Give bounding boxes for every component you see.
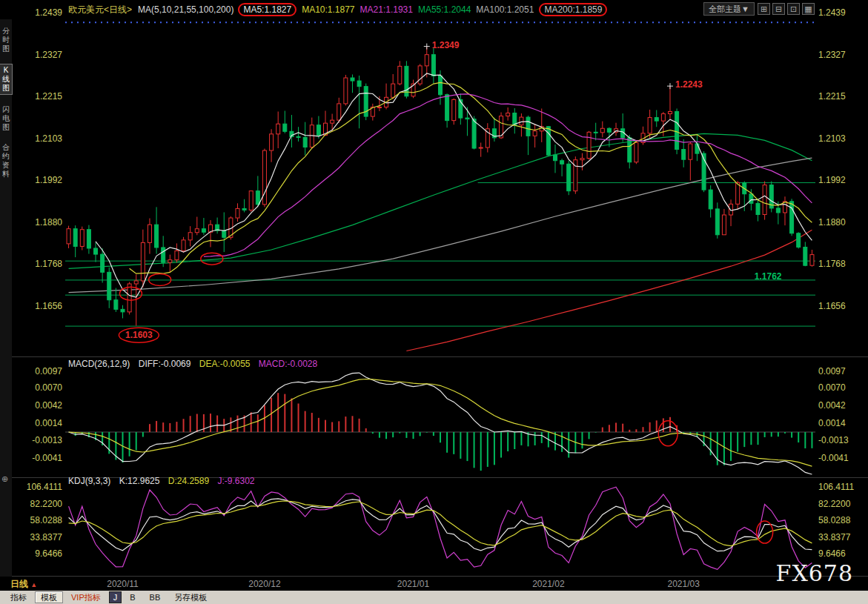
svg-text:0.0097: 0.0097 — [818, 366, 846, 376]
kdj-header: KDJ(9,3,3) K:12.9625 D:24.2589 J:-9.6302 — [68, 476, 261, 486]
svg-text:0.0070: 0.0070 — [35, 382, 62, 393]
theme-selector-button[interactable]: 全部主题▼ — [703, 2, 755, 16]
svg-text:1.2327: 1.2327 — [818, 50, 846, 60]
svg-text:1.1768: 1.1768 — [35, 259, 62, 269]
svg-text:-0.0041: -0.0041 — [818, 453, 849, 463]
svg-text:1.2439: 1.2439 — [35, 7, 62, 18]
svg-text:9.6466: 9.6466 — [818, 548, 846, 559]
svg-text:33.8377: 33.8377 — [818, 532, 851, 542]
svg-text:1.2215: 1.2215 — [818, 91, 846, 102]
multi-chart-icon[interactable]: ▦ — [802, 3, 815, 15]
toolbar-item-indicators[interactable]: 指标 — [4, 591, 33, 603]
svg-text:0.0070: 0.0070 — [818, 382, 846, 393]
svg-text:106.4111: 106.4111 — [27, 482, 63, 492]
kdj-settings-icon[interactable]: ⊕ — [1, 474, 8, 484]
svg-text:1.1880: 1.1880 — [818, 217, 846, 228]
sidebar-tab-contract-info[interactable]: 合约资料 — [0, 143, 12, 179]
svg-text:0.0097: 0.0097 — [35, 366, 62, 376]
single-pane-icon[interactable]: ⊡ — [787, 3, 800, 15]
svg-text:82.2200: 82.2200 — [818, 499, 851, 509]
svg-text:1.2215: 1.2215 — [35, 91, 62, 102]
kdj-d-value: D:24.2589 — [168, 476, 209, 486]
ma-value: MA55:1.2044 — [418, 4, 471, 15]
svg-text:1.1656: 1.1656 — [35, 301, 62, 311]
svg-text:-0.0041: -0.0041 — [32, 453, 62, 463]
kdj-j-value: J:-9.6302 — [218, 476, 255, 486]
symbol-title[interactable]: 欧元美元<日线> — [68, 4, 132, 16]
svg-text:0.0014: 0.0014 — [818, 418, 846, 428]
watermark: FX678 — [776, 560, 853, 586]
svg-text:9.6466: 9.6466 — [35, 548, 62, 559]
toolbar-item-j[interactable]: J — [109, 591, 122, 603]
svg-text:33.8377: 33.8377 — [30, 532, 63, 542]
svg-text:1.1768: 1.1768 — [818, 259, 846, 269]
svg-text:2020/11: 2020/11 — [107, 579, 139, 589]
svg-text:2021/02: 2021/02 — [532, 579, 565, 589]
left-sidebar: 分时图K线图闪电图合约资料 — [0, 19, 12, 577]
header-right-toolbar: 全部主题▼ ⊞⊟⊡▦ — [703, 2, 815, 16]
period-label[interactable]: 日线 ▲ — [10, 578, 37, 591]
svg-text:1.1992: 1.1992 — [818, 175, 846, 185]
toolbar-item-b[interactable]: B — [124, 591, 141, 603]
chart-header: 欧元美元<日线> MA(5,10,21,55,100,200) MA5:1.18… — [68, 2, 612, 17]
sidebar-tab-flash-chart[interactable]: 闪电图 — [0, 105, 12, 132]
sidebar-tab-k-line[interactable]: K线图 — [0, 64, 12, 94]
sidebar-tab-time-chart[interactable]: 分时图 — [0, 27, 12, 53]
svg-text:0.0042: 0.0042 — [818, 400, 846, 411]
bottom-toolbar: 指标模板VIP指标JBBB另存模板 — [0, 591, 868, 604]
svg-text:0.0014: 0.0014 — [35, 418, 62, 428]
ma-value: MA5:1.1827 — [238, 3, 296, 16]
app-root: { "header": { "symbol": "欧元美元<日线>", "ma_… — [0, 0, 868, 604]
svg-text:58.0288: 58.0288 — [30, 515, 63, 525]
ma-params-label: MA(5,10,21,55,100,200) — [138, 4, 233, 15]
charts-canvas[interactable]: 1.24391.24391.23271.23271.22151.22151.21… — [0, 0, 868, 604]
toolbar-item-templates[interactable]: 模板 — [35, 591, 63, 603]
ma-value: MA21:1.1931 — [360, 4, 413, 15]
svg-text:-0.0013: -0.0013 — [818, 435, 849, 445]
macd-header: MACD(26,12,9) DIFF:-0.0069 DEA:-0.0055 M… — [68, 359, 323, 369]
svg-text:1.2439: 1.2439 — [818, 7, 846, 18]
svg-text:1.2327: 1.2327 — [35, 50, 62, 60]
split-horizontal-icon[interactable]: ⊟ — [772, 3, 785, 15]
svg-text:2020/12: 2020/12 — [248, 579, 281, 589]
svg-text:1.2103: 1.2103 — [35, 133, 62, 144]
svg-text:1.1603: 1.1603 — [125, 330, 153, 340]
period-up-triangle: ▲ — [30, 581, 37, 588]
kdj-k-value: K:12.9625 — [119, 476, 160, 486]
macd-diff-value: DIFF:-0.0069 — [139, 359, 191, 369]
svg-text:1.2103: 1.2103 — [818, 133, 846, 144]
macd-title: MACD(26,12,9) — [68, 359, 130, 369]
svg-text:1.1656: 1.1656 — [818, 301, 846, 311]
grid-layout-icon[interactable]: ⊞ — [758, 3, 770, 15]
macd-dea-value: DEA:-0.0055 — [199, 359, 251, 369]
ma-values: MA5:1.1827MA10:1.1877MA21:1.1931MA55:1.2… — [238, 4, 612, 15]
svg-text:1.2243: 1.2243 — [675, 79, 703, 90]
svg-text:2021/01: 2021/01 — [397, 579, 430, 589]
svg-text:58.0288: 58.0288 — [818, 515, 851, 525]
toolbar-item-save-template[interactable]: 另存模板 — [168, 591, 213, 603]
svg-text:1.1992: 1.1992 — [35, 175, 62, 185]
svg-text:82.2200: 82.2200 — [30, 499, 63, 509]
svg-text:1.1880: 1.1880 — [35, 217, 62, 228]
toolbar-item-bb[interactable]: BB — [144, 591, 167, 603]
ma-value: MA10:1.1877 — [302, 4, 354, 15]
svg-text:-0.0013: -0.0013 — [32, 435, 62, 445]
toolbar-item-vip-indicators[interactable]: VIP指标 — [65, 591, 107, 603]
svg-text:1.2349: 1.2349 — [432, 40, 460, 50]
svg-text:0.0042: 0.0042 — [35, 400, 62, 411]
kdj-title: KDJ(9,3,3) — [68, 476, 110, 486]
svg-text:106.4111: 106.4111 — [818, 482, 855, 492]
ma-value: MA200:1.1859 — [539, 3, 607, 16]
ma-value: MA100:1.2051 — [476, 4, 534, 15]
layout-icons: ⊞⊟⊡▦ — [758, 3, 815, 15]
svg-text:2021/03: 2021/03 — [668, 579, 700, 589]
macd-macd-value: MACD:-0.0028 — [259, 359, 317, 369]
svg-text:1.1762: 1.1762 — [755, 271, 782, 282]
